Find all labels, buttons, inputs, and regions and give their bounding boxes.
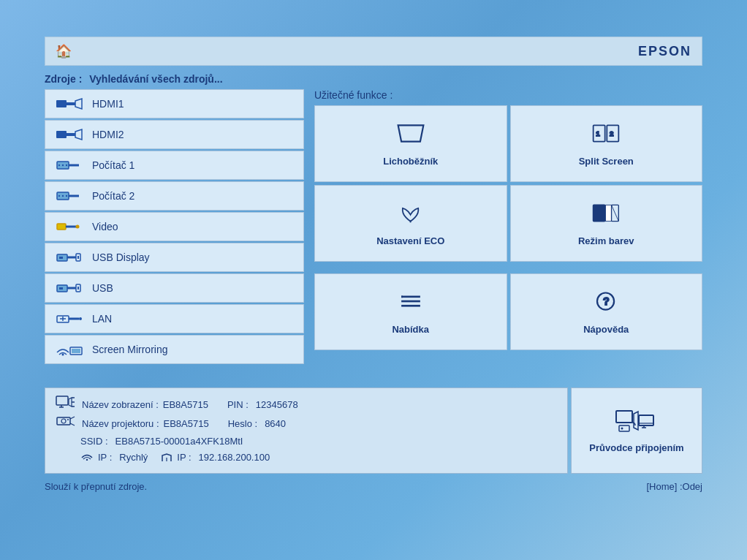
sources-panel: HDMI1 HDMI2 bbox=[45, 89, 304, 366]
heslo-value: 8640 bbox=[265, 416, 286, 432]
source-label-usb: USB bbox=[92, 282, 113, 294]
info-row-3: SSID : EB8A5715-00001a4XFK18MtI bbox=[56, 434, 557, 450]
svg-rect-4 bbox=[67, 133, 75, 136]
function-btn-nastaveni-eco[interactable]: Nastavení ECO bbox=[314, 185, 507, 262]
svg-point-18 bbox=[76, 225, 80, 229]
svg-point-8 bbox=[62, 164, 64, 166]
source-label-usb-display: USB Display bbox=[92, 251, 150, 263]
source-item-usb[interactable]: USB bbox=[45, 273, 304, 303]
svg-text:2: 2 bbox=[610, 130, 614, 138]
ssid-label: SSID : bbox=[80, 434, 108, 450]
status-left: Slouží k přepnutí zdroje. bbox=[45, 481, 147, 492]
menu-icon bbox=[396, 289, 425, 318]
source-item-pocitac2[interactable]: Počítač 2 bbox=[45, 181, 304, 211]
svg-rect-1 bbox=[67, 102, 75, 105]
connection-wizard-button[interactable]: Průvodce připojením bbox=[571, 387, 702, 474]
functions-label: Užitečné funkce : bbox=[314, 89, 702, 101]
svg-rect-64 bbox=[616, 411, 632, 423]
svg-line-46 bbox=[612, 205, 619, 221]
display-icon bbox=[56, 396, 77, 415]
svg-rect-17 bbox=[66, 226, 76, 228]
source-item-hdmi2[interactable]: HDMI2 bbox=[45, 120, 304, 149]
svg-marker-37 bbox=[398, 125, 423, 141]
svg-rect-0 bbox=[56, 100, 67, 107]
heslo-label: Heslo : bbox=[228, 416, 257, 432]
svg-text:1: 1 bbox=[596, 130, 600, 138]
source-item-screen-mirroring[interactable]: Screen Mirroring bbox=[45, 335, 304, 364]
function-btn-split-screen[interactable]: 1 2 Split Screen bbox=[510, 105, 703, 182]
hdmi-icon bbox=[56, 97, 85, 110]
svg-point-60 bbox=[61, 419, 66, 423]
ip-wifi-icon bbox=[80, 450, 94, 466]
svg-rect-44 bbox=[606, 205, 612, 221]
bottom-area: Název zobrazení : EB8A5715 PIN : 1234567… bbox=[45, 387, 702, 474]
svg-rect-21 bbox=[67, 257, 76, 259]
svg-marker-2 bbox=[75, 99, 82, 109]
svg-rect-43 bbox=[594, 205, 605, 221]
video-icon bbox=[56, 220, 85, 233]
svg-rect-67 bbox=[639, 415, 653, 425]
function-label-split-screen: Split Screen bbox=[579, 156, 634, 167]
svg-rect-65 bbox=[619, 425, 629, 431]
source-label-hdmi2: HDMI2 bbox=[92, 129, 124, 140]
ip-value: 192.168.200.100 bbox=[199, 450, 270, 466]
pin-value: 12345678 bbox=[256, 397, 298, 413]
ip-label2-text: IP : bbox=[177, 450, 191, 466]
colors-icon bbox=[591, 200, 621, 230]
display-name-value: EB8A5715 bbox=[163, 397, 208, 413]
svg-point-34 bbox=[62, 354, 64, 356]
brand-label: EPSON bbox=[638, 44, 691, 59]
home-icon[interactable]: 🏠 bbox=[56, 43, 72, 59]
vga-icon-2 bbox=[56, 189, 85, 203]
source-item-pocitac1[interactable]: Počítač 1 bbox=[45, 151, 304, 180]
svg-point-12 bbox=[58, 195, 60, 197]
function-btn-napoveda[interactable]: ? Nápověda bbox=[510, 273, 703, 350]
pin-label: PIN : bbox=[227, 397, 249, 413]
wireless-icon bbox=[56, 343, 85, 356]
source-label-video: Video bbox=[92, 221, 118, 232]
ip-type-value: Rychlý bbox=[119, 450, 148, 466]
functions-panel: Užitečné funkce : Lichoběžník bbox=[314, 89, 702, 366]
function-label-napoveda: Nápověda bbox=[583, 324, 629, 335]
lan-icon bbox=[56, 312, 85, 325]
function-label-rezim-barev: Režim barev bbox=[578, 235, 634, 246]
svg-point-62 bbox=[86, 458, 88, 460]
vga-icon-1 bbox=[56, 159, 85, 172]
svg-rect-20 bbox=[59, 257, 63, 259]
connection-wizard-label: Průvodce připojením bbox=[589, 442, 683, 453]
function-btn-nabidka[interactable]: Nabídka bbox=[314, 273, 507, 350]
svg-rect-28 bbox=[77, 287, 79, 290]
hdmi-icon-2 bbox=[56, 128, 85, 141]
projector-name-label: Název projektoru : bbox=[82, 416, 159, 432]
source-label-pocitac1: Počítač 1 bbox=[92, 159, 134, 171]
info-row-4: IP : Rychlý IP : 192.168.200.100 bbox=[56, 450, 557, 466]
usb-display-icon bbox=[56, 251, 85, 264]
svg-text:?: ? bbox=[603, 295, 610, 307]
projector-icon bbox=[56, 415, 77, 434]
source-item-hdmi1[interactable]: HDMI1 bbox=[45, 89, 304, 118]
svg-rect-15 bbox=[69, 195, 79, 197]
usb-icon bbox=[56, 281, 85, 295]
help-icon: ? bbox=[591, 289, 621, 318]
sources-label: Zdroje : Vyhledávání všech zdrojů... bbox=[45, 73, 702, 85]
status-right: [Home] :Odej bbox=[646, 481, 702, 492]
svg-point-13 bbox=[62, 195, 64, 197]
svg-point-61 bbox=[67, 419, 69, 420]
svg-point-33 bbox=[79, 317, 82, 320]
svg-rect-26 bbox=[67, 287, 76, 290]
svg-point-14 bbox=[66, 195, 67, 197]
display-name-label: Název zobrazení : bbox=[82, 397, 159, 413]
source-label-hdmi1: HDMI1 bbox=[92, 98, 124, 110]
function-btn-rezim-barev[interactable]: Režim barev bbox=[510, 185, 703, 262]
svg-rect-16 bbox=[57, 224, 66, 230]
svg-rect-32 bbox=[69, 318, 79, 320]
svg-rect-3 bbox=[56, 131, 67, 138]
source-label-pocitac2: Počítač 2 bbox=[92, 190, 134, 202]
source-item-video[interactable]: Video bbox=[45, 212, 304, 241]
function-label-nastaveni-eco: Nastavení ECO bbox=[376, 235, 444, 246]
source-item-lan[interactable]: LAN bbox=[45, 304, 304, 333]
status-bar: Slouží k přepnutí zdroje. [Home] :Odej bbox=[45, 478, 702, 495]
eco-icon bbox=[396, 200, 425, 230]
function-btn-lichobezhnik[interactable]: Lichoběžník bbox=[314, 105, 507, 182]
source-item-usb-display[interactable]: USB Display bbox=[45, 243, 304, 272]
